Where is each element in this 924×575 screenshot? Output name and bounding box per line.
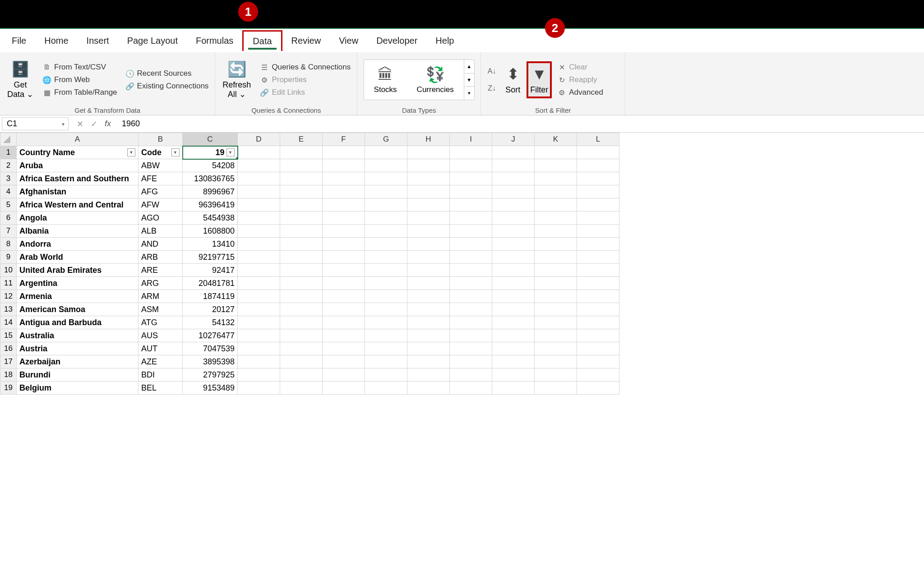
- cell[interactable]: ARG: [139, 277, 183, 290]
- formula-cancel-button[interactable]: ✕: [77, 119, 83, 129]
- cell[interactable]: [365, 146, 407, 159]
- cell[interactable]: [450, 368, 492, 382]
- cell[interactable]: [535, 185, 577, 198]
- tab-home[interactable]: Home: [35, 31, 77, 51]
- cell[interactable]: [238, 238, 280, 251]
- column-header-J[interactable]: J: [492, 133, 535, 146]
- cell[interactable]: Angola: [17, 212, 139, 225]
- row-header[interactable]: 10: [0, 264, 17, 277]
- cell[interactable]: [365, 368, 407, 382]
- cell[interactable]: 54208: [183, 159, 238, 172]
- cell[interactable]: AND: [139, 238, 183, 251]
- cell[interactable]: [492, 198, 535, 212]
- cell[interactable]: BEL: [139, 382, 183, 395]
- row-header[interactable]: 17: [0, 355, 17, 368]
- cell[interactable]: [577, 264, 619, 277]
- cell[interactable]: [577, 225, 619, 238]
- from-web-button[interactable]: 🌐From Web: [40, 74, 120, 85]
- cell[interactable]: [280, 264, 323, 277]
- cell[interactable]: [492, 159, 535, 172]
- cell[interactable]: [280, 146, 323, 159]
- cell[interactable]: [407, 251, 450, 264]
- cell[interactable]: Albania: [17, 225, 139, 238]
- cell[interactable]: [323, 303, 365, 316]
- cell[interactable]: [238, 159, 280, 172]
- cell[interactable]: [323, 264, 365, 277]
- row-header[interactable]: 6: [0, 212, 17, 225]
- sort-desc-button[interactable]: Z↓: [485, 83, 499, 94]
- cell[interactable]: Armenia: [17, 290, 139, 303]
- cell[interactable]: [323, 251, 365, 264]
- row-header[interactable]: 11: [0, 277, 17, 290]
- cell[interactable]: [238, 198, 280, 212]
- cell[interactable]: AFW: [139, 198, 183, 212]
- cell[interactable]: [323, 172, 365, 185]
- tab-page-layout[interactable]: Page Layout: [118, 31, 187, 51]
- cell[interactable]: [238, 303, 280, 316]
- row-header[interactable]: 19: [0, 382, 17, 395]
- cell[interactable]: 130836765: [183, 172, 238, 185]
- cell[interactable]: [407, 277, 450, 290]
- tab-developer[interactable]: Developer: [367, 31, 426, 51]
- cell[interactable]: United Arab Emirates: [17, 264, 139, 277]
- column-header-D[interactable]: D: [238, 133, 280, 146]
- cell[interactable]: [238, 172, 280, 185]
- cell[interactable]: [365, 238, 407, 251]
- row-header[interactable]: 8: [0, 238, 17, 251]
- cell[interactable]: [238, 368, 280, 382]
- cell[interactable]: [407, 225, 450, 238]
- cell[interactable]: [450, 251, 492, 264]
- cell[interactable]: [238, 355, 280, 368]
- cell[interactable]: [407, 303, 450, 316]
- cell[interactable]: [365, 198, 407, 212]
- cell[interactable]: [238, 290, 280, 303]
- cell[interactable]: 7047539: [183, 342, 238, 355]
- cell[interactable]: [407, 146, 450, 159]
- fx-icon[interactable]: fx: [105, 119, 111, 129]
- cell[interactable]: [492, 382, 535, 395]
- cell[interactable]: Burundi: [17, 368, 139, 382]
- cell[interactable]: [577, 368, 619, 382]
- cell[interactable]: [577, 290, 619, 303]
- sort-asc-button[interactable]: A↓: [485, 66, 499, 77]
- autofilter-dropdown[interactable]: ▼: [171, 148, 180, 156]
- cell[interactable]: 20481781: [183, 277, 238, 290]
- cell[interactable]: [323, 277, 365, 290]
- cell[interactable]: [365, 251, 407, 264]
- cell[interactable]: [577, 198, 619, 212]
- cell[interactable]: ASM: [139, 303, 183, 316]
- cell[interactable]: [492, 172, 535, 185]
- cell[interactable]: [323, 185, 365, 198]
- cell[interactable]: [535, 146, 577, 159]
- cell[interactable]: [365, 382, 407, 395]
- cell[interactable]: [238, 277, 280, 290]
- row-header[interactable]: 16: [0, 342, 17, 355]
- column-header-B[interactable]: B: [139, 133, 183, 146]
- cell[interactable]: [323, 212, 365, 225]
- cell[interactable]: [280, 238, 323, 251]
- cell[interactable]: [238, 185, 280, 198]
- cell[interactable]: [323, 382, 365, 395]
- row-header[interactable]: 3: [0, 172, 17, 185]
- cell[interactable]: [323, 316, 365, 329]
- cell[interactable]: [450, 225, 492, 238]
- tab-review[interactable]: Review: [282, 31, 330, 51]
- cell[interactable]: BDI: [139, 368, 183, 382]
- cell[interactable]: [577, 329, 619, 342]
- cell[interactable]: [280, 303, 323, 316]
- column-header-K[interactable]: K: [535, 133, 577, 146]
- cell[interactable]: [365, 225, 407, 238]
- cell[interactable]: [492, 368, 535, 382]
- cell[interactable]: ABW: [139, 159, 183, 172]
- sort-button[interactable]: ⬍ Sort: [502, 64, 524, 96]
- cell[interactable]: [238, 251, 280, 264]
- cell[interactable]: [365, 303, 407, 316]
- data-type-currencies[interactable]: 💱Currencies: [407, 60, 464, 100]
- from-text-csv-button[interactable]: 🗎From Text/CSV: [40, 62, 120, 73]
- get-data-button[interactable]: 🗄️ Get Data ⌄: [4, 59, 37, 101]
- chevron-down-icon[interactable]: ▼: [61, 121, 65, 126]
- cell[interactable]: [492, 238, 535, 251]
- cell[interactable]: [535, 382, 577, 395]
- cell[interactable]: [280, 290, 323, 303]
- cell[interactable]: [577, 172, 619, 185]
